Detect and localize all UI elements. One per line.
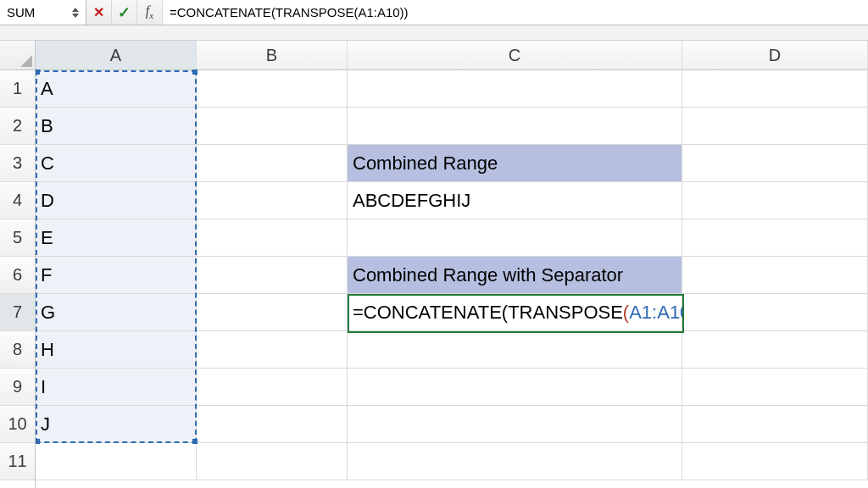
- chevron-down-icon: [72, 14, 79, 18]
- cell-B1[interactable]: [197, 70, 348, 108]
- cell-D11[interactable]: [682, 443, 868, 480]
- cell-A3[interactable]: C: [36, 145, 197, 182]
- cell-B2[interactable]: [197, 108, 348, 145]
- col-header-D[interactable]: D: [682, 41, 868, 69]
- cell-A5[interactable]: E: [36, 219, 197, 257]
- row-header-9[interactable]: 9: [0, 369, 35, 406]
- row-header-3[interactable]: 3: [0, 145, 35, 182]
- cell-B5[interactable]: [197, 219, 348, 257]
- cell-D3[interactable]: [682, 145, 868, 182]
- worksheet: 1 2 3 4 5 6 7 8 9 10 11 A B C D A B: [0, 41, 868, 488]
- formula-token-fn1: =CONCATENATE: [353, 302, 502, 323]
- cell-C4[interactable]: ABCDEFGHIJ: [348, 182, 682, 219]
- cell-D9[interactable]: [682, 369, 868, 406]
- col-header-C[interactable]: C: [348, 41, 682, 69]
- cell-B8[interactable]: [197, 331, 348, 369]
- cell-D5[interactable]: [682, 219, 868, 257]
- name-box[interactable]: [0, 0, 86, 25]
- cell-A8[interactable]: H: [36, 331, 197, 369]
- cell-B11[interactable]: [197, 443, 348, 480]
- ribbon-separator: [0, 25, 868, 41]
- select-all-corner[interactable]: [0, 41, 35, 70]
- cell-D4[interactable]: [682, 182, 868, 219]
- row-header-6[interactable]: 6: [0, 257, 35, 294]
- row-header-5[interactable]: 5: [0, 219, 35, 257]
- name-box-input[interactable]: [7, 5, 70, 19]
- cell-D2[interactable]: [682, 108, 868, 145]
- row-header-4[interactable]: 4: [0, 182, 35, 219]
- cell-D10[interactable]: [682, 406, 868, 443]
- row-header-11[interactable]: 11: [0, 443, 35, 480]
- cell-A9[interactable]: I: [36, 369, 197, 406]
- cell-A6[interactable]: F: [36, 257, 197, 294]
- cell-C11[interactable]: [348, 443, 682, 480]
- formula-token-fn2: TRANSPOSE: [508, 302, 623, 323]
- cell-B6[interactable]: [197, 257, 348, 294]
- cell-B9[interactable]: [197, 369, 348, 406]
- insert-function-button[interactable]: fx: [137, 0, 163, 25]
- row-header-1[interactable]: 1: [0, 70, 35, 108]
- x-icon: ✕: [93, 4, 104, 20]
- cell-C2[interactable]: [348, 108, 682, 145]
- cell-C6[interactable]: Combined Range with Separator: [348, 257, 682, 294]
- formula-text: =CONCATENATE(TRANSPOSE(A1:A10)): [170, 5, 409, 19]
- cell-B4[interactable]: [197, 182, 348, 219]
- cell-B3[interactable]: [197, 145, 348, 182]
- cell-C3[interactable]: Combined Range: [348, 145, 682, 182]
- row-header-8[interactable]: 8: [0, 331, 35, 369]
- cell-D7[interactable]: [682, 294, 868, 331]
- col-header-B[interactable]: B: [197, 41, 348, 69]
- row-header-10[interactable]: 10: [0, 406, 35, 443]
- cell-C8[interactable]: [348, 331, 682, 369]
- cell-A2[interactable]: B: [36, 108, 197, 145]
- row-header-2[interactable]: 2: [0, 108, 35, 145]
- cell-C7[interactable]: =CONCATENATE(TRANSPOSE(A1:A10)): [348, 294, 682, 331]
- column-headers: A B C D: [36, 41, 868, 70]
- cell-D8[interactable]: [682, 331, 868, 369]
- cell-A7[interactable]: G: [36, 294, 197, 331]
- cell-A4[interactable]: D: [36, 182, 197, 219]
- formula-input[interactable]: =CONCATENATE(TRANSPOSE(A1:A10)): [163, 0, 868, 25]
- row-header-7[interactable]: 7: [0, 294, 35, 331]
- cell-A1[interactable]: A: [36, 70, 197, 108]
- col-header-A[interactable]: A: [36, 41, 197, 69]
- cell-D1[interactable]: [682, 70, 868, 108]
- row-headers: 1 2 3 4 5 6 7 8 9 10 11: [0, 41, 36, 488]
- cell-C10[interactable]: [348, 406, 682, 443]
- fx-icon: fx: [146, 3, 153, 20]
- grid[interactable]: A B C D A B C Combined Range: [36, 41, 868, 488]
- cells-area: A B C Combined Range D ABCDEFGHIJ: [36, 70, 868, 480]
- formula-token-ref: A1:A10: [629, 302, 690, 323]
- cancel-button[interactable]: ✕: [86, 0, 112, 25]
- cell-B7[interactable]: [197, 294, 348, 331]
- chevron-up-icon: [72, 8, 79, 12]
- check-icon: ✓: [118, 3, 131, 22]
- cell-C9[interactable]: [348, 369, 682, 406]
- cell-D6[interactable]: [682, 257, 868, 294]
- cell-B10[interactable]: [197, 406, 348, 443]
- cell-C1[interactable]: [348, 70, 682, 108]
- cell-C5[interactable]: [348, 219, 682, 257]
- name-box-spinner[interactable]: [70, 7, 81, 19]
- formula-bar: ✕ ✓ fx =CONCATENATE(TRANSPOSE(A1:A10)): [0, 0, 868, 25]
- cell-A11[interactable]: [36, 443, 197, 480]
- enter-button[interactable]: ✓: [112, 0, 137, 25]
- cell-A10[interactable]: J: [36, 406, 197, 443]
